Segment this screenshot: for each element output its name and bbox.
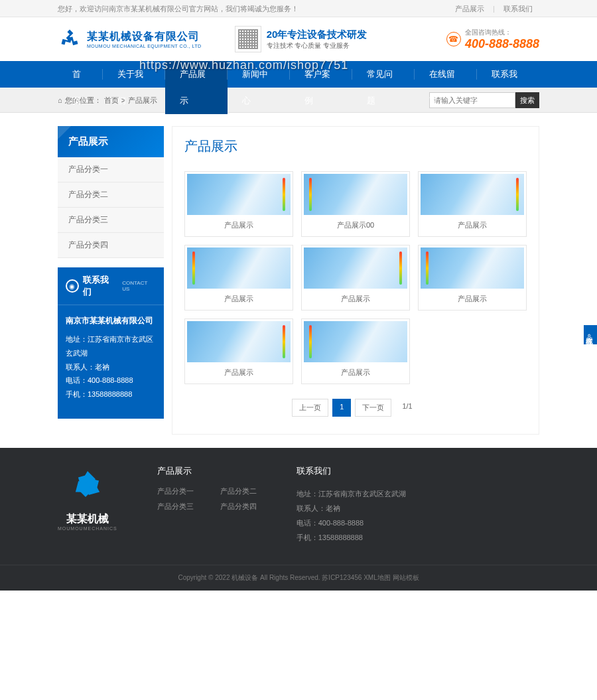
contact-person: 老衲 xyxy=(95,363,109,371)
product-image xyxy=(304,247,407,289)
sidebar: 产品展示 产品分类一产品分类二产品分类三产品分类四 ◉ 联系我们 CONTACT… xyxy=(58,126,164,419)
footer-link-0[interactable]: 产品分类一 xyxy=(157,486,194,496)
f-tel: 400-888-8888 xyxy=(318,519,364,527)
product-name: 产品展示 xyxy=(187,289,291,308)
product-card[interactable]: 产品展示 xyxy=(184,245,293,311)
product-card[interactable]: 产品展示 xyxy=(301,318,410,384)
top-links: 产品展示 | 联系我们 xyxy=(448,0,539,17)
f-address-label: 地址： xyxy=(297,490,318,498)
product-card[interactable]: 产品展示 xyxy=(418,171,527,237)
product-name: 产品展示00 xyxy=(304,215,407,234)
nav-link[interactable]: 首页 xyxy=(58,61,103,114)
page-info: 1/1 xyxy=(395,399,419,417)
footer-col-products: 产品展示 产品分类一产品分类二产品分类三产品分类四 xyxy=(157,465,257,545)
slogan-sub: 专注技术 专心质量 专业服务 xyxy=(267,41,367,50)
logo-icon xyxy=(58,27,82,51)
nav-link[interactable]: 联系我们 xyxy=(477,61,539,114)
product-image xyxy=(187,321,291,362)
footer-link-1[interactable]: 产品分类二 xyxy=(220,486,257,496)
nav-item-6[interactable]: 在线留言 xyxy=(415,61,477,114)
product-card[interactable]: 产品展示00 xyxy=(301,171,410,237)
separator: | xyxy=(493,5,495,13)
logo-text-cn: 某某机械设备有限公司 xyxy=(87,30,202,44)
footer-logo: 某某机械 MOUMOUMECHANICS xyxy=(58,465,117,545)
product-card[interactable]: 产品展示 xyxy=(301,245,410,311)
nav-link[interactable]: 客户案例 xyxy=(290,61,352,114)
pagination: 上一页 1 下一页 1/1 xyxy=(184,399,527,417)
headset-icon: ◉ xyxy=(66,279,79,293)
nav-link[interactable]: 产品展示 xyxy=(165,61,228,114)
nav-item-7[interactable]: 联系我们 xyxy=(477,61,539,114)
main-nav: 首页关于我们产品展示新闻中心客户案例常见问题在线留言联系我们 xyxy=(0,61,597,88)
qr-code-icon xyxy=(235,26,261,52)
f-mobile-label: 手机： xyxy=(297,533,318,541)
product-image xyxy=(304,321,407,362)
footer-col1-title: 产品展示 xyxy=(157,465,257,477)
contact-title-cn: 联系我们 xyxy=(83,274,117,298)
nav-link[interactable]: 常见问题 xyxy=(352,61,415,114)
f-mobile: 13588888888 xyxy=(318,533,363,541)
header: 某某机械设备有限公司 MOUMOU MECHANICAL EQUIPMENT C… xyxy=(0,17,597,61)
page-title: 产品展示 xyxy=(184,137,527,162)
nav-link[interactable]: 关于我们 xyxy=(103,61,165,114)
sidebar-item-2[interactable]: 产品分类三 xyxy=(58,208,164,233)
sidebar-item-0[interactable]: 产品分类一 xyxy=(58,157,164,182)
f-person-label: 联系人： xyxy=(297,504,326,512)
nav-item-1[interactable]: 关于我们 xyxy=(103,61,165,114)
contact-title-en: CONTACT US xyxy=(122,280,156,292)
sidebar-item-3[interactable]: 产品分类四 xyxy=(58,233,164,258)
nav-item-2[interactable]: 产品展示 xyxy=(165,61,228,114)
contact-mobile-label: 手机： xyxy=(66,390,88,398)
hotline-number: 400-888-8888 xyxy=(465,37,539,51)
product-image xyxy=(187,174,291,215)
welcome-text: 您好，欢迎访问南京市某某机械有限公司官方网站，我们将竭诚为您服务！ xyxy=(58,0,298,17)
float-service-button[interactable]: 在线客服 « xyxy=(584,325,597,344)
footer-col-contact: 联系我们 地址：江苏省南京市玄武区玄武湖 联系人：老衲 电话：400-888-8… xyxy=(297,465,406,545)
product-name: 产品展示 xyxy=(187,362,291,382)
product-name: 产品展示 xyxy=(421,289,524,308)
footer-copyright: Copyright © 2022 机械设备 All Rights Reserve… xyxy=(0,565,597,591)
f-tel-label: 电话： xyxy=(297,519,318,527)
footer-link-2[interactable]: 产品分类三 xyxy=(157,502,194,512)
contact-tel-label: 电话： xyxy=(66,376,88,384)
product-image xyxy=(304,174,407,215)
nav-item-0[interactable]: 首页 xyxy=(58,61,103,114)
product-name: 产品展示 xyxy=(304,362,407,382)
footer-logo-icon xyxy=(68,465,107,505)
footer-logo-cn: 某某机械 xyxy=(58,512,117,526)
product-name: 产品展示 xyxy=(304,289,407,308)
nav-link[interactable]: 在线留言 xyxy=(415,61,477,114)
contact-company: 南京市某某机械有限公司 xyxy=(66,313,156,328)
nav-item-4[interactable]: 客户案例 xyxy=(290,61,352,114)
contact-mobile: 13588888888 xyxy=(88,390,132,398)
main: 产品展示 产品分类一产品分类二产品分类三产品分类四 ◉ 联系我们 CONTACT… xyxy=(0,113,597,448)
contact-address-label: 地址： xyxy=(66,335,88,343)
footer-links: 产品分类一产品分类二产品分类三产品分类四 xyxy=(157,486,257,512)
nav-item-3[interactable]: 新闻中心 xyxy=(228,61,290,114)
logo-text-en: MOUMOU MECHANICAL EQUIPMENT CO., LTD xyxy=(87,44,202,48)
page-current[interactable]: 1 xyxy=(332,399,351,417)
sidebar-item-1[interactable]: 产品分类二 xyxy=(58,182,164,208)
footer: 某某机械 MOUMOUMECHANICS 产品展示 产品分类一产品分类二产品分类… xyxy=(0,448,597,591)
toplink-contact[interactable]: 联系我们 xyxy=(497,5,539,13)
page-next[interactable]: 下一页 xyxy=(355,399,391,417)
f-person: 老衲 xyxy=(326,504,340,512)
nav-link[interactable]: 新闻中心 xyxy=(228,61,290,114)
product-card[interactable]: 产品展示 xyxy=(418,245,527,311)
content: 产品展示 产品展示产品展示00产品展示产品展示产品展示产品展示产品展示产品展示 … xyxy=(172,126,539,435)
product-image xyxy=(421,174,524,215)
product-card[interactable]: 产品展示 xyxy=(184,171,293,237)
sidebar-contact: ◉ 联系我们 CONTACT US 南京市某某机械有限公司 地址：江苏省南京市玄… xyxy=(58,267,164,419)
contact-tel: 400-888-8888 xyxy=(88,376,133,384)
footer-link-3[interactable]: 产品分类四 xyxy=(220,502,257,512)
footer-logo-en: MOUMOUMECHANICS xyxy=(58,526,117,531)
product-grid: 产品展示产品展示00产品展示产品展示产品展示产品展示产品展示产品展示 xyxy=(184,171,527,384)
product-card[interactable]: 产品展示 xyxy=(184,318,293,384)
sidebar-title: 产品展示 xyxy=(58,126,164,157)
nav-item-5[interactable]: 常见问题 xyxy=(352,61,415,114)
logo[interactable]: 某某机械设备有限公司 MOUMOU MECHANICAL EQUIPMENT C… xyxy=(58,27,202,51)
topbar: 您好，欢迎访问南京市某某机械有限公司官方网站，我们将竭诚为您服务！ 产品展示 |… xyxy=(0,0,597,17)
contact-person-label: 联系人： xyxy=(66,363,95,371)
toplink-products[interactable]: 产品展示 xyxy=(448,5,491,13)
page-prev[interactable]: 上一页 xyxy=(292,399,328,417)
